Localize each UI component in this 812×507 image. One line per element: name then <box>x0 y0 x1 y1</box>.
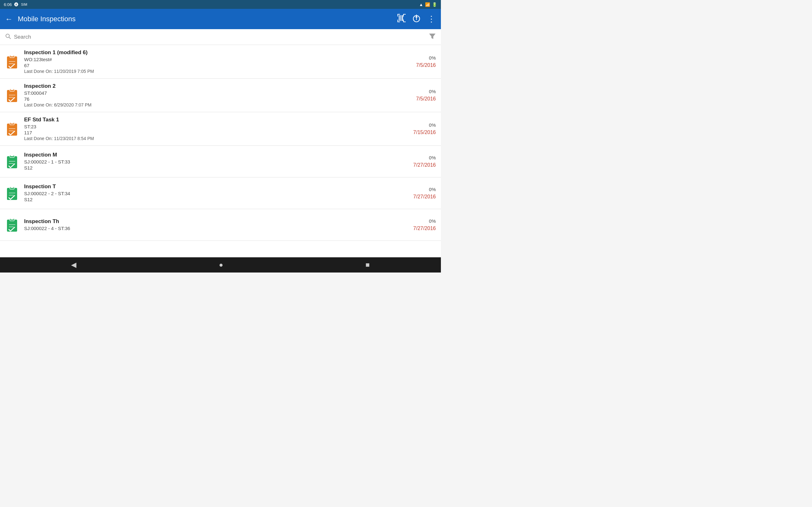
upload-button[interactable] <box>412 14 421 24</box>
list-item[interactable]: EF Std Task 1 ST:23 117 Last Done On: 11… <box>0 112 441 146</box>
item-date: 7/5/2016 <box>416 62 436 68</box>
filter-icon[interactable] <box>429 33 436 41</box>
item-sub2: 76 <box>24 96 413 102</box>
item-title: Inspection T <box>24 183 410 190</box>
svg-rect-10 <box>397 21 400 22</box>
item-sub2: S12 <box>24 165 410 170</box>
svg-marker-13 <box>415 15 418 20</box>
sim-icon: SIM <box>21 3 27 6</box>
item-date: 7/27/2016 <box>413 226 436 231</box>
item-last-done: Last Done On: 11/20/2019 7:05 PM <box>24 69 413 74</box>
item-clipboard-icon <box>5 121 19 137</box>
list-item[interactable]: Inspection Th SJ:000022 - 4 - ST:36 0% 7… <box>0 209 441 241</box>
svg-rect-45 <box>10 218 14 220</box>
item-right: 0% 7/5/2016 <box>413 89 436 102</box>
item-sub2: S12 <box>24 197 410 202</box>
item-percent: 0% <box>416 89 436 94</box>
item-clipboard-icon <box>5 54 19 70</box>
item-last-done: Last Done On: 11/23/2017 8:54 PM <box>24 136 410 141</box>
svg-rect-7 <box>402 15 403 21</box>
item-clipboard-icon <box>5 185 19 202</box>
list-item[interactable]: Inspection T SJ:000022 - 2 - ST:34 S12 0… <box>0 177 441 209</box>
svg-rect-20 <box>10 55 14 56</box>
more-options-button[interactable]: ⋮ <box>427 14 436 24</box>
item-title: Inspection 1 (modified 6) <box>24 49 413 56</box>
item-content: Inspection Th SJ:000022 - 4 - ST:36 <box>24 218 410 232</box>
back-button[interactable]: ← <box>5 14 13 23</box>
item-title: Inspection M <box>24 152 410 158</box>
status-bar-right: ▲ 📶 🔋 <box>419 2 437 7</box>
item-date: 7/5/2016 <box>416 96 436 102</box>
nav-recent-button[interactable]: ■ <box>359 258 376 272</box>
svg-rect-6 <box>401 15 402 21</box>
svg-rect-30 <box>10 122 14 124</box>
list-item[interactable]: Inspection 2 ST:000047 76 Last Done On: … <box>0 78 441 112</box>
svg-rect-4 <box>399 15 399 21</box>
app-bar-actions: ⋮ <box>397 14 436 24</box>
bottom-nav: ◀ ● ■ <box>0 257 441 273</box>
svg-rect-25 <box>10 88 14 90</box>
barcode-scan-button[interactable] <box>397 14 406 24</box>
status-bar-left: 6:06 🅐 SIM <box>4 2 27 7</box>
app-title: Mobile Inspections <box>18 15 397 23</box>
item-subtitle: ST:000047 <box>24 90 413 96</box>
item-content: EF Std Task 1 ST:23 117 Last Done On: 11… <box>24 117 410 141</box>
item-right: 0% 7/27/2016 <box>410 218 436 231</box>
item-subtitle: SJ:000022 - 1 - ST:33 <box>24 159 410 164</box>
svg-rect-40 <box>10 186 14 188</box>
item-right: 0% 7/27/2016 <box>410 187 436 200</box>
notification-icon: 🅐 <box>14 2 18 7</box>
status-time: 6:06 <box>4 2 12 7</box>
item-title: Inspection 2 <box>24 83 413 89</box>
app-bar: ← Mobile Inspections <box>0 9 441 29</box>
item-title: Inspection Th <box>24 218 410 225</box>
svg-rect-8 <box>397 14 400 14</box>
svg-marker-17 <box>429 34 436 39</box>
item-percent: 0% <box>416 55 436 60</box>
svg-line-16 <box>9 38 11 39</box>
item-content: Inspection 2 ST:000047 76 Last Done On: … <box>24 83 413 107</box>
item-subtitle: ST:23 <box>24 124 410 129</box>
svg-rect-11 <box>403 21 406 22</box>
item-date: 7/27/2016 <box>413 194 436 200</box>
search-bar <box>0 29 441 45</box>
item-subtitle: SJ:000022 - 2 - ST:34 <box>24 191 410 196</box>
list-item[interactable]: Inspection 1 (modified 6) WO:123test# 67… <box>0 45 441 78</box>
search-input[interactable] <box>14 34 429 40</box>
item-clipboard-icon <box>5 217 19 233</box>
wifi-icon: ▲ <box>419 2 423 7</box>
item-content: Inspection 1 (modified 6) WO:123test# 67… <box>24 49 413 74</box>
svg-rect-9 <box>403 14 406 14</box>
item-title: EF Std Task 1 <box>24 117 410 123</box>
status-bar: 6:06 🅐 SIM ▲ 📶 🔋 <box>0 0 441 9</box>
item-percent: 0% <box>413 218 436 224</box>
signal-icon: 📶 <box>425 2 430 7</box>
svg-rect-35 <box>10 154 14 156</box>
item-last-done: Last Done On: 6/29/2020 7:07 PM <box>24 102 413 107</box>
item-percent: 0% <box>413 187 436 192</box>
battery-icon: 🔋 <box>432 2 437 7</box>
item-right: 0% 7/5/2016 <box>413 55 436 68</box>
item-date: 7/15/2016 <box>413 130 436 135</box>
nav-back-button[interactable]: ◀ <box>65 258 83 272</box>
item-subtitle: WO:123test# <box>24 57 413 62</box>
item-clipboard-icon <box>5 87 19 104</box>
item-content: Inspection M SJ:000022 - 1 - ST:33 S12 <box>24 152 410 171</box>
inspection-list: Inspection 1 (modified 6) WO:123test# 67… <box>0 45 441 257</box>
item-date: 7/27/2016 <box>413 162 436 168</box>
svg-rect-5 <box>400 15 401 21</box>
item-right: 0% 7/27/2016 <box>410 155 436 168</box>
nav-home-button[interactable]: ● <box>212 258 229 272</box>
item-percent: 0% <box>413 122 436 128</box>
list-item[interactable]: Inspection M SJ:000022 - 1 - ST:33 S12 0… <box>0 146 441 177</box>
item-content: Inspection T SJ:000022 - 2 - ST:34 S12 <box>24 183 410 203</box>
item-right: 0% 7/15/2016 <box>410 122 436 135</box>
item-sub2: 117 <box>24 130 410 135</box>
item-percent: 0% <box>413 155 436 160</box>
item-sub2: 67 <box>24 63 413 68</box>
item-clipboard-icon <box>5 153 19 170</box>
search-icon <box>5 33 11 41</box>
item-subtitle: SJ:000022 - 4 - ST:36 <box>24 226 410 231</box>
